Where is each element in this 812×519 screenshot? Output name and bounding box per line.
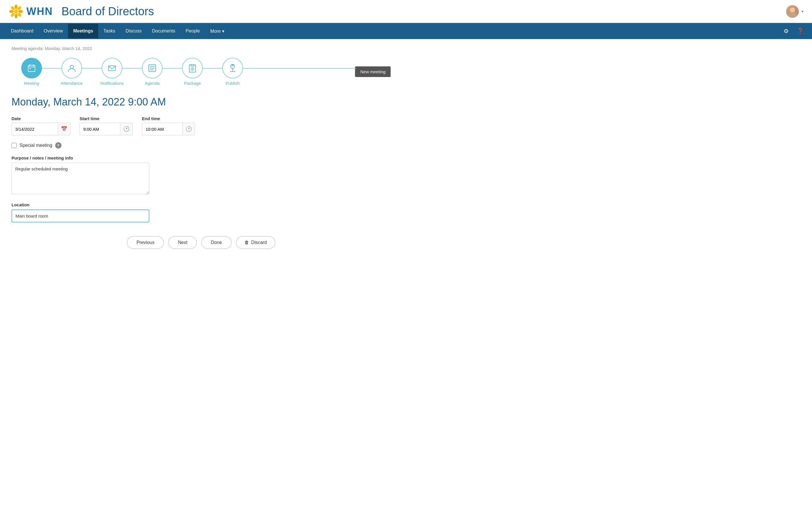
step-meeting[interactable]: Meeting	[11, 58, 52, 86]
settings-icon[interactable]: ⚙	[781, 25, 791, 37]
date-group: Date 📅	[11, 116, 70, 135]
calendar-icon[interactable]: 📅	[58, 123, 70, 135]
nav-meetings[interactable]: Meetings	[68, 24, 98, 38]
trash-icon: 🗑	[244, 240, 249, 245]
step-notifications-label: Notifications	[100, 81, 124, 86]
special-meeting-row: Special meeting ?	[11, 142, 390, 148]
help-icon[interactable]: ❓	[794, 25, 806, 37]
special-meeting-help-icon[interactable]: ?	[55, 142, 61, 148]
logo-area: WHN	[9, 4, 53, 19]
discard-button[interactable]: 🗑 Discard	[236, 236, 275, 249]
nav-people[interactable]: People	[180, 24, 205, 38]
nav-dashboard[interactable]: Dashboard	[6, 24, 38, 38]
meeting-date-title: Monday, March 14, 2022 9:00 AM	[11, 96, 390, 108]
special-meeting-label[interactable]: Special meeting	[20, 143, 52, 148]
done-button[interactable]: Done	[201, 236, 231, 249]
step-publish[interactable]: Publish	[212, 58, 253, 86]
date-label: Date	[11, 116, 70, 121]
location-section: Location	[11, 202, 390, 222]
bottom-buttons: Previous Next Done 🗑 Discard	[11, 236, 390, 249]
new-meeting-button[interactable]: New meeting	[355, 66, 390, 77]
special-meeting-checkbox[interactable]	[11, 143, 17, 148]
step-agenda-circle	[142, 58, 163, 78]
start-time-group: Start time 🕐	[80, 116, 133, 135]
date-time-row: Date 📅 Start time 🕐 End time 🕐	[11, 116, 390, 135]
step-publish-label: Publish	[226, 81, 239, 86]
start-time-input[interactable]	[80, 124, 120, 135]
svg-rect-14	[30, 68, 31, 69]
purpose-section: Purpose / notes / meeting info Regular s…	[11, 156, 390, 195]
step-notifications-circle	[102, 58, 122, 78]
location-label: Location	[11, 202, 390, 207]
step-agenda-label: Agenda	[145, 81, 160, 86]
steps-container: Meeting Attendance	[11, 58, 390, 86]
nav-tasks[interactable]: Tasks	[98, 24, 120, 38]
navigation: Dashboard Overview Meetings Tasks Discus…	[0, 23, 812, 39]
previous-button[interactable]: Previous	[127, 236, 164, 249]
step-attendance[interactable]: Attendance	[52, 58, 92, 86]
clock-icon[interactable]: 🕐	[120, 123, 133, 135]
logo-text: WHN	[26, 5, 53, 18]
logo-icon	[9, 4, 24, 19]
breadcrumb: Meeting agenda: Monday, March 14, 2022	[11, 46, 390, 51]
nav-right: ⚙ ❓	[781, 25, 806, 37]
steps: Meeting Attendance	[11, 58, 355, 86]
discard-label: Discard	[251, 240, 267, 245]
purpose-textarea[interactable]: Regular scheduled meeting	[11, 163, 149, 194]
nav-discuss[interactable]: Discuss	[120, 24, 147, 38]
end-time-group: End time 🕐	[142, 116, 195, 135]
avatar-chevron-icon[interactable]: ▾	[802, 9, 803, 13]
start-time-input-container: 🕐	[80, 123, 133, 135]
svg-point-15	[70, 65, 74, 69]
end-time-input-container: 🕐	[142, 123, 195, 135]
step-meeting-circle	[21, 58, 42, 78]
avatar[interactable]	[786, 5, 799, 18]
step-publish-circle	[222, 58, 243, 78]
step-attendance-circle	[61, 58, 82, 78]
header-right: ▾	[786, 5, 803, 18]
step-package[interactable]: Package	[172, 58, 212, 86]
step-package-label: Package	[184, 81, 201, 86]
nav-documents[interactable]: Documents	[147, 24, 180, 38]
svg-point-1	[14, 5, 18, 9]
clock-end-icon[interactable]: 🕐	[182, 123, 195, 135]
step-meeting-label: Meeting	[24, 81, 39, 86]
step-agenda[interactable]: Agenda	[132, 58, 172, 86]
location-input[interactable]	[11, 210, 149, 222]
step-notifications[interactable]: Notifications	[92, 58, 132, 86]
nav-more[interactable]: More ▾	[205, 24, 230, 38]
main-content: Meeting agenda: Monday, March 14, 2022 M…	[0, 39, 402, 261]
step-package-circle	[182, 58, 203, 78]
header: WHN Board of Directors ▾	[0, 0, 812, 23]
svg-point-9	[14, 9, 18, 13]
end-time-input[interactable]	[142, 124, 182, 135]
purpose-label: Purpose / notes / meeting info	[11, 156, 390, 160]
nav-overview[interactable]: Overview	[38, 24, 68, 38]
date-input-container: 📅	[11, 123, 70, 135]
page-title: Board of Directors	[61, 5, 154, 18]
end-time-label: End time	[142, 116, 195, 121]
next-button[interactable]: Next	[168, 236, 197, 249]
svg-point-7	[9, 10, 14, 13]
svg-point-5	[14, 14, 18, 19]
svg-rect-10	[28, 65, 35, 72]
svg-point-3	[19, 10, 23, 13]
step-attendance-label: Attendance	[61, 81, 83, 86]
date-input[interactable]	[12, 124, 58, 135]
start-time-label: Start time	[80, 116, 133, 121]
